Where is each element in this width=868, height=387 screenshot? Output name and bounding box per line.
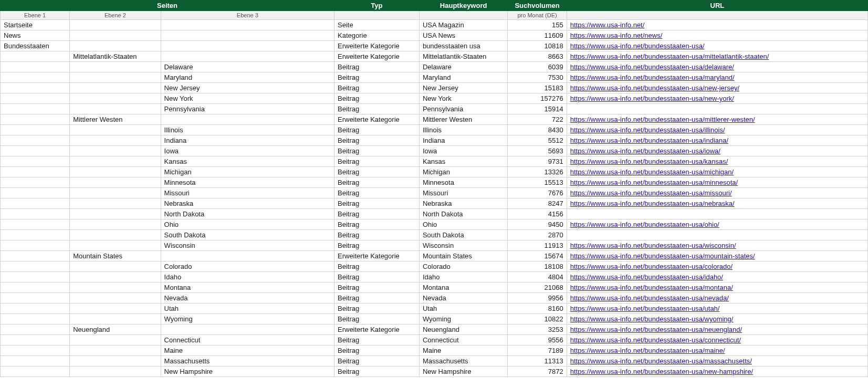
cell-url[interactable]: https://www.usa-info.net/bundesstaaten-u… xyxy=(567,335,867,346)
cell-ebene1[interactable] xyxy=(1,293,70,304)
cell-url[interactable]: https://www.usa-info.net/bundesstaaten-u… xyxy=(567,135,867,146)
cell-url[interactable]: https://www.usa-info.net/bundesstaaten-u… xyxy=(567,146,867,156)
cell-hauptkeyword[interactable]: Kansas xyxy=(419,156,508,167)
cell-url[interactable]: https://www.usa-info.net/bundesstaaten-u… xyxy=(567,293,867,304)
cell-ebene3[interactable]: Wisconsin xyxy=(161,240,334,251)
header-suchvolumen[interactable]: Suchvolumen xyxy=(508,1,567,11)
cell-ebene1[interactable] xyxy=(1,72,70,83)
url-link[interactable]: https://www.usa-info.net/bundesstaaten-u… xyxy=(570,200,735,207)
header-typ[interactable]: Typ xyxy=(334,1,420,11)
cell-hauptkeyword[interactable]: North Dakota xyxy=(419,209,508,219)
cell-ebene2[interactable] xyxy=(70,177,161,188)
cell-ebene3[interactable]: Delaware xyxy=(161,62,334,72)
cell-ebene1[interactable] xyxy=(1,167,70,177)
cell-ebene3[interactable]: Pennsylvania xyxy=(161,104,334,114)
cell-url[interactable]: https://www.usa-info.net/bundesstaaten-u… xyxy=(567,93,867,104)
url-link[interactable]: https://www.usa-info.net/bundesstaaten-u… xyxy=(570,63,734,71)
cell-ebene2[interactable] xyxy=(70,304,161,314)
cell-url[interactable]: https://www.usa-info.net/bundesstaaten-u… xyxy=(567,219,867,230)
cell-ebene3[interactable]: Utah xyxy=(161,304,334,314)
header-url[interactable]: URL xyxy=(567,1,867,11)
cell-url[interactable]: https://www.usa-info.net/bundesstaaten-u… xyxy=(567,41,867,51)
cell-ebene1[interactable] xyxy=(1,272,70,283)
cell-suchvolumen[interactable]: 13326 xyxy=(508,167,567,177)
cell-ebene3[interactable]: South Dakota xyxy=(161,230,334,240)
cell-suchvolumen[interactable]: 15183 xyxy=(508,83,567,93)
cell-ebene1[interactable]: News xyxy=(1,30,70,41)
subheader-promonat[interactable]: pro Monat (DE) xyxy=(508,11,567,20)
cell-ebene3[interactable] xyxy=(161,51,334,62)
cell-ebene3[interactable]: Iowa xyxy=(161,146,334,156)
cell-hauptkeyword[interactable]: Nebraska xyxy=(419,198,508,209)
cell-ebene3[interactable] xyxy=(161,41,334,51)
cell-hauptkeyword[interactable]: Connecticut xyxy=(419,335,508,346)
cell-suchvolumen[interactable]: 4156 xyxy=(508,209,567,219)
cell-typ[interactable]: Beitrag xyxy=(334,135,420,146)
url-link[interactable]: https://www.usa-info.net/bundesstaaten-u… xyxy=(570,53,769,60)
cell-suchvolumen[interactable]: 10822 xyxy=(508,314,567,325)
cell-ebene1[interactable] xyxy=(1,314,70,325)
cell-ebene3[interactable]: Montana xyxy=(161,283,334,293)
cell-url[interactable]: https://www.usa-info.net/bundesstaaten-u… xyxy=(567,177,867,188)
cell-ebene2[interactable] xyxy=(70,30,161,41)
cell-ebene3[interactable]: Connecticut xyxy=(161,335,334,346)
cell-ebene3[interactable]: Colorado xyxy=(161,262,334,272)
cell-suchvolumen[interactable]: 15674 xyxy=(508,251,567,262)
cell-hauptkeyword[interactable]: Massachusetts xyxy=(419,356,508,367)
cell-url[interactable]: https://www.usa-info.net/bundesstaaten-u… xyxy=(567,251,867,262)
cell-url[interactable] xyxy=(567,104,867,114)
cell-ebene2[interactable] xyxy=(70,219,161,230)
cell-ebene1[interactable] xyxy=(1,188,70,198)
cell-hauptkeyword[interactable]: Mountain States xyxy=(419,251,508,262)
cell-typ[interactable]: Beitrag xyxy=(334,230,420,240)
cell-ebene1[interactable] xyxy=(1,93,70,104)
cell-ebene1[interactable] xyxy=(1,83,70,93)
cell-suchvolumen[interactable]: 722 xyxy=(508,114,567,125)
cell-url[interactable] xyxy=(567,230,867,240)
cell-url[interactable]: https://www.usa-info.net/bundesstaaten-u… xyxy=(567,72,867,83)
cell-suchvolumen[interactable]: 7872 xyxy=(508,367,567,377)
url-link[interactable]: https://www.usa-info.net/bundesstaaten-u… xyxy=(570,336,741,344)
url-link[interactable]: https://www.usa-info.net/bundesstaaten-u… xyxy=(570,189,732,197)
cell-hauptkeyword[interactable]: New Hampshire xyxy=(419,367,508,377)
cell-hauptkeyword[interactable]: Maryland xyxy=(419,72,508,83)
cell-url[interactable]: https://www.usa-info.net/bundesstaaten-u… xyxy=(567,272,867,283)
cell-hauptkeyword[interactable]: Utah xyxy=(419,304,508,314)
url-link[interactable]: https://www.usa-info.net/bundesstaaten-u… xyxy=(570,74,735,81)
cell-ebene3[interactable]: Idaho xyxy=(161,272,334,283)
url-link[interactable]: https://www.usa-info.net/bundesstaaten-u… xyxy=(570,347,725,354)
cell-hauptkeyword[interactable]: Ohio xyxy=(419,219,508,230)
cell-suchvolumen[interactable]: 9450 xyxy=(508,219,567,230)
cell-ebene3[interactable]: Wyoming xyxy=(161,314,334,325)
cell-ebene1[interactable] xyxy=(1,62,70,72)
cell-hauptkeyword[interactable]: New Jersey xyxy=(419,83,508,93)
subheader-ebene1[interactable]: Ebene 1 xyxy=(1,11,70,20)
cell-typ[interactable]: Beitrag xyxy=(334,219,420,230)
cell-typ[interactable]: Seite xyxy=(334,20,420,30)
cell-ebene1[interactable] xyxy=(1,356,70,367)
cell-ebene1[interactable] xyxy=(1,177,70,188)
cell-ebene2[interactable] xyxy=(70,230,161,240)
cell-ebene3[interactable]: Minnesota xyxy=(161,177,334,188)
cell-ebene1[interactable] xyxy=(1,114,70,125)
cell-url[interactable]: https://www.usa-info.net/bundesstaaten-u… xyxy=(567,314,867,325)
cell-hauptkeyword[interactable]: South Dakota xyxy=(419,230,508,240)
cell-ebene1[interactable] xyxy=(1,262,70,272)
cell-hauptkeyword[interactable]: Neuengland xyxy=(419,325,508,335)
cell-url[interactable]: https://www.usa-info.net/bundesstaaten-u… xyxy=(567,125,867,135)
cell-typ[interactable]: Beitrag xyxy=(334,177,420,188)
cell-suchvolumen[interactable]: 3253 xyxy=(508,325,567,335)
subheader-kw-blank[interactable] xyxy=(419,11,508,20)
cell-suchvolumen[interactable]: 6039 xyxy=(508,62,567,72)
cell-ebene2[interactable] xyxy=(70,104,161,114)
cell-ebene3[interactable]: Michigan xyxy=(161,167,334,177)
cell-ebene2[interactable] xyxy=(70,314,161,325)
cell-suchvolumen[interactable]: 2870 xyxy=(508,230,567,240)
cell-typ[interactable]: Beitrag xyxy=(334,293,420,304)
url-link[interactable]: https://www.usa-info.net/bundesstaaten-u… xyxy=(570,158,728,165)
subheader-url-blank[interactable] xyxy=(567,11,867,20)
cell-suchvolumen[interactable]: 5512 xyxy=(508,135,567,146)
cell-hauptkeyword[interactable]: bundesstaaten usa xyxy=(419,41,508,51)
url-link[interactable]: https://www.usa-info.net/bundesstaaten-u… xyxy=(570,116,755,123)
cell-ebene3[interactable]: Nebraska xyxy=(161,198,334,209)
